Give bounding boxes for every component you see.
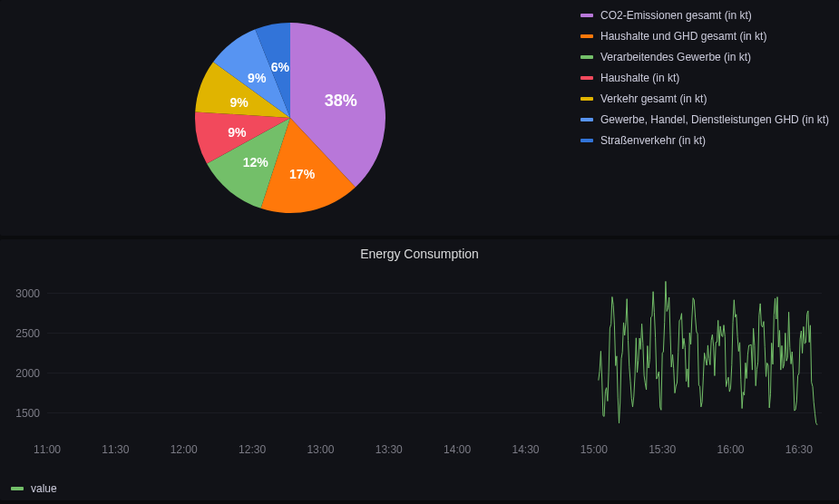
x-tick-label: 11:30 bbox=[102, 443, 129, 456]
line-svg: 150020002500300011:0011:3012:0012:3013:0… bbox=[11, 268, 827, 459]
y-tick-label: 2500 bbox=[15, 327, 40, 340]
x-tick-label: 15:00 bbox=[580, 443, 608, 456]
pie-svg bbox=[190, 18, 390, 218]
pie-legend-item[interactable]: Gewerbe, Handel, Dienstleistungen GHD (i… bbox=[580, 113, 832, 126]
y-tick-label: 2000 bbox=[15, 367, 40, 380]
legend-label: Straßenverkehr (in kt) bbox=[600, 134, 706, 147]
legend-label: CO2-Emissionen gesamt (in kt) bbox=[600, 9, 752, 22]
x-tick-label: 11:00 bbox=[34, 443, 61, 456]
pie-legend-item[interactable]: CO2-Emissionen gesamt (in kt) bbox=[580, 9, 832, 22]
pie-panel: 38%17%12%9%9%9%6% CO2-Emissionen gesamt … bbox=[0, 0, 839, 236]
x-tick-label: 12:00 bbox=[171, 443, 198, 456]
x-tick-label: 12:30 bbox=[239, 443, 266, 456]
pie-legend-item[interactable]: Haushalte und GHD gesamt (in kt) bbox=[580, 30, 832, 43]
x-tick-label: 14:00 bbox=[444, 443, 471, 456]
pie-legend-item[interactable]: Verkehr gesamt (in kt) bbox=[580, 92, 832, 105]
pie-chart: 38%17%12%9%9%9%6% bbox=[0, 7, 580, 228]
legend-label: Verkehr gesamt (in kt) bbox=[600, 92, 707, 105]
legend-swatch bbox=[580, 14, 593, 17]
legend-label: Haushalte (in kt) bbox=[600, 72, 679, 84]
x-tick-label: 16:30 bbox=[785, 443, 813, 456]
legend-swatch bbox=[580, 139, 593, 142]
pie-legend: CO2-Emissionen gesamt (in kt)Haushalte u… bbox=[580, 7, 839, 228]
line-chart: 150020002500300011:0011:3012:0012:3013:0… bbox=[11, 268, 828, 479]
pie-legend-item[interactable]: Straßenverkehr (in kt) bbox=[580, 134, 832, 147]
line-series[interactable] bbox=[599, 281, 817, 424]
legend-swatch bbox=[580, 34, 593, 38]
line-legend-label: value bbox=[31, 482, 57, 495]
line-legend-swatch bbox=[11, 487, 24, 490]
y-tick-label: 3000 bbox=[15, 287, 40, 300]
line-panel: Energy Consumption 150020002500300011:00… bbox=[0, 239, 839, 500]
line-legend: value bbox=[11, 479, 828, 495]
y-tick-label: 1500 bbox=[15, 407, 40, 420]
line-chart-title: Energy Consumption bbox=[11, 247, 828, 261]
x-tick-label: 14:30 bbox=[512, 443, 539, 456]
pie-legend-item[interactable]: Haushalte (in kt) bbox=[580, 72, 832, 84]
x-tick-label: 16:00 bbox=[717, 443, 745, 456]
legend-label: Gewerbe, Handel, Dienstleistungen GHD (i… bbox=[600, 113, 829, 126]
legend-label: Verarbeitendes Gewerbe (in kt) bbox=[600, 51, 751, 63]
legend-swatch bbox=[580, 118, 593, 121]
legend-label: Haushalte und GHD gesamt (in kt) bbox=[600, 30, 766, 43]
x-tick-label: 13:00 bbox=[307, 443, 334, 456]
legend-swatch bbox=[580, 97, 593, 101]
legend-swatch bbox=[580, 55, 593, 59]
legend-swatch bbox=[580, 76, 593, 80]
pie-legend-item[interactable]: Verarbeitendes Gewerbe (in kt) bbox=[580, 51, 832, 63]
x-tick-label: 13:30 bbox=[376, 443, 403, 456]
x-tick-label: 15:30 bbox=[649, 443, 676, 456]
